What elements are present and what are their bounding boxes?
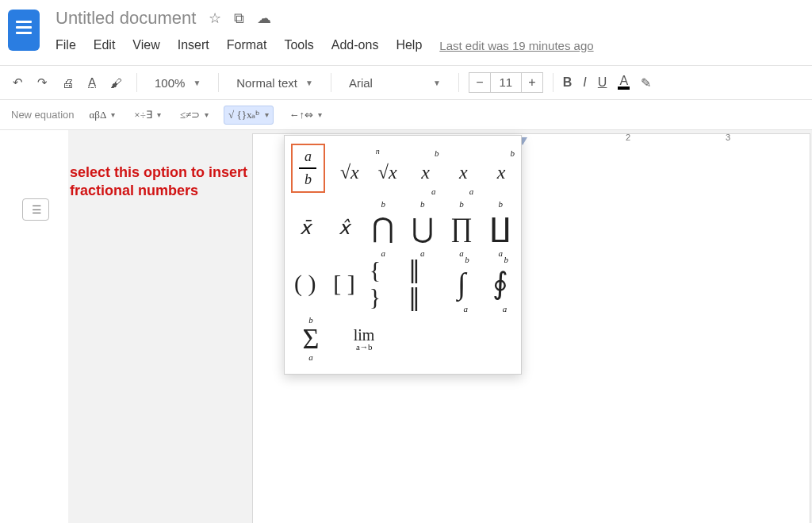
- undo-button[interactable]: ↶: [8, 72, 28, 93]
- menu-edit[interactable]: Edit: [94, 38, 116, 52]
- bold-button[interactable]: B: [563, 75, 573, 90]
- italic-button[interactable]: I: [583, 75, 586, 90]
- redo-button[interactable]: ↷: [33, 72, 52, 93]
- text-color-button[interactable]: A: [618, 75, 630, 90]
- superscript-option[interactable]: x b: [488, 152, 515, 193]
- font-value: Arial: [349, 76, 373, 90]
- eq-arrows-dropdown[interactable]: ←↑⇔▾: [285, 106, 326, 124]
- outline-toggle[interactable]: [22, 198, 49, 221]
- coproduct-option[interactable]: b ∐ a: [487, 207, 515, 248]
- fraction-denominator: b: [304, 171, 312, 188]
- ruler-tick-3: 3: [726, 133, 730, 142]
- xhat-option[interactable]: x̂: [330, 207, 358, 248]
- style-value: Normal text: [236, 76, 297, 90]
- paint-format-button[interactable]: 🖌: [105, 73, 127, 93]
- main-toolbar: ↶ ↷ 🖨 A̱ 🖌 100%▼ Normal text▼ Arial▼ − 1…: [0, 65, 812, 100]
- math-operations-palette: a b √x n √x x b a x a: [284, 135, 522, 375]
- fraction-bar-icon: [299, 167, 316, 169]
- menu-help[interactable]: Help: [396, 38, 422, 52]
- eq-math-dropdown[interactable]: √ {}xₐᵇ▾: [224, 106, 274, 125]
- print-button[interactable]: 🖨: [57, 73, 79, 93]
- integral-option[interactable]: b ∫ a: [447, 263, 475, 304]
- last-edit-status[interactable]: Last edit was 19 minutes ago: [439, 39, 593, 52]
- fraction-option[interactable]: a b: [291, 144, 325, 193]
- ruler-tick-2: 2: [626, 133, 630, 142]
- zoom-value: 100%: [155, 76, 185, 90]
- bars-option[interactable]: ‖ ‖: [408, 263, 436, 304]
- sqrt-option[interactable]: √x: [336, 152, 363, 193]
- contour-integral-option[interactable]: b ∮ a: [487, 263, 515, 304]
- bracket-option[interactable]: [ ]: [330, 263, 358, 304]
- paragraph-style-select[interactable]: Normal text▼: [228, 76, 321, 90]
- menu-bar: File Edit View Insert Format Tools Add-o…: [56, 32, 804, 59]
- move-icon[interactable]: ⧉: [234, 10, 244, 27]
- font-size-decrease[interactable]: −: [469, 75, 490, 90]
- menu-addons[interactable]: Add-ons: [331, 38, 379, 52]
- eq-ops-dropdown[interactable]: ×÷∃▾: [130, 106, 164, 124]
- font-family-select[interactable]: Arial▼: [341, 76, 449, 90]
- new-equation-button[interactable]: New equation: [11, 109, 75, 121]
- underline-button[interactable]: U: [598, 75, 607, 90]
- sub-super-option[interactable]: x b a: [412, 152, 439, 193]
- cloud-icon[interactable]: ☁: [257, 10, 271, 27]
- menu-file[interactable]: File: [56, 38, 76, 52]
- fraction-numerator: a: [304, 148, 312, 165]
- subscript-option[interactable]: x a: [450, 152, 477, 193]
- menu-format[interactable]: Format: [227, 38, 267, 52]
- brace-option[interactable]: { }: [370, 263, 397, 304]
- zoom-select[interactable]: 100%▼: [147, 76, 209, 90]
- menu-view[interactable]: View: [132, 38, 159, 52]
- document-area: select this option to insert fractional …: [0, 130, 812, 523]
- equation-toolbar: New equation αβΔ▾ ×÷∃▾ ≤≠⊃▾ √ {}xₐᵇ▾ ←↑⇔…: [0, 100, 812, 130]
- outline-icon: [32, 203, 40, 216]
- font-size-value[interactable]: 11: [490, 73, 522, 92]
- highlight-button[interactable]: ✎: [641, 75, 651, 90]
- left-gutter: [0, 130, 68, 523]
- spellcheck-button[interactable]: A̱: [83, 72, 101, 93]
- menu-tools[interactable]: Tools: [284, 38, 313, 52]
- limit-option[interactable]: lim a→b: [342, 318, 386, 360]
- eq-greek-dropdown[interactable]: αβΔ▾: [86, 106, 120, 124]
- bigcap-option[interactable]: b ⋂ a: [370, 207, 397, 248]
- document-title[interactable]: Untitled document: [56, 8, 196, 29]
- bigcup-option[interactable]: b ⋃ a: [408, 207, 436, 248]
- eq-relations-dropdown[interactable]: ≤≠⊃▾: [176, 106, 213, 124]
- star-icon[interactable]: ☆: [209, 10, 221, 27]
- annotation-callout: select this option to insert fractional …: [70, 163, 252, 199]
- nth-root-option[interactable]: n √x: [374, 152, 401, 193]
- menu-insert[interactable]: Insert: [178, 38, 209, 52]
- paren-option[interactable]: ( ): [291, 263, 319, 304]
- xbar-option[interactable]: x̄: [291, 207, 319, 248]
- font-size-stepper: − 11 +: [469, 72, 543, 93]
- font-size-increase[interactable]: +: [522, 75, 542, 90]
- product-option[interactable]: b ∏ a: [447, 207, 475, 248]
- docs-app-icon[interactable]: [8, 10, 40, 51]
- summation-option[interactable]: b Σ a: [291, 318, 331, 360]
